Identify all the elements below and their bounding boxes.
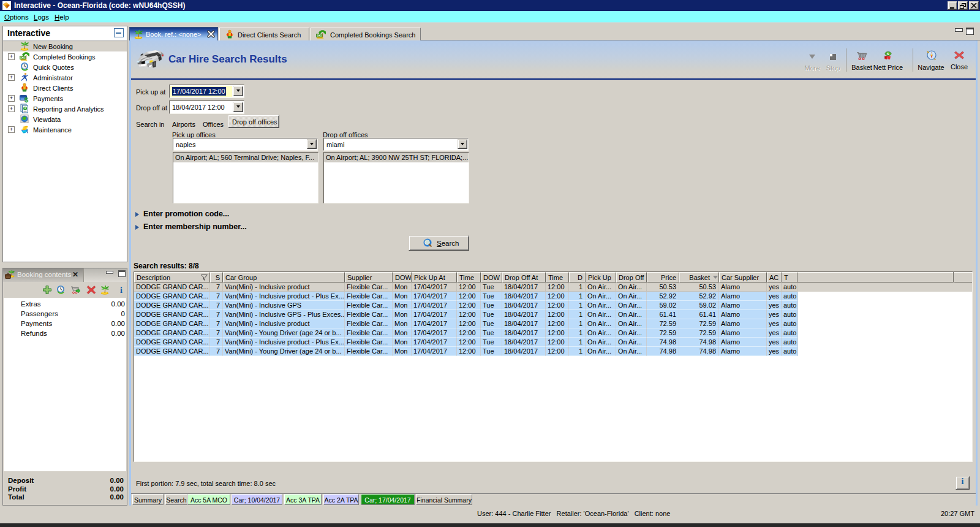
svg-text:$: $ bbox=[24, 96, 28, 104]
svg-text:i: i bbox=[120, 286, 123, 295]
